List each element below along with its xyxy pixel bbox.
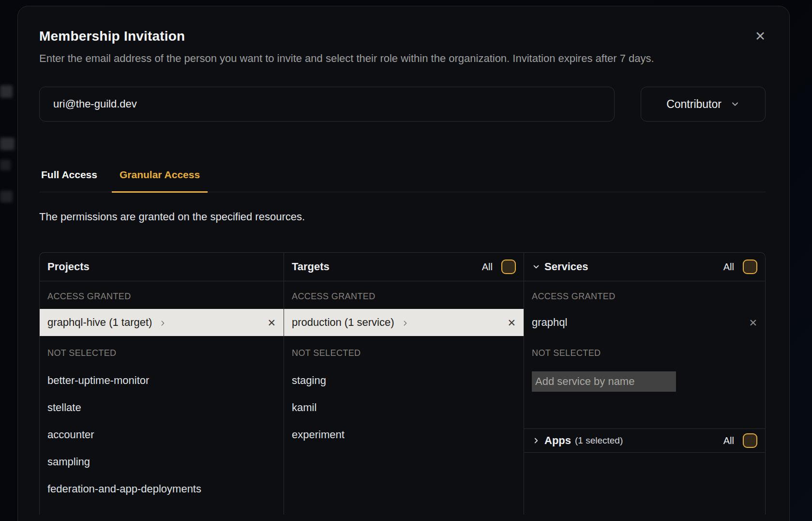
background-fragment bbox=[0, 85, 13, 98]
chevron-down-icon bbox=[730, 99, 740, 109]
targets-all-checkbox[interactable] bbox=[501, 260, 516, 274]
remove-target-button[interactable]: ✕ bbox=[507, 318, 516, 328]
background-fragment bbox=[0, 160, 11, 170]
close-icon: ✕ bbox=[507, 317, 516, 328]
permissions-note: The permissions are granted on the speci… bbox=[39, 211, 766, 223]
selected-target-label: production (1 service) bbox=[292, 316, 394, 329]
close-button[interactable]: ✕ bbox=[751, 27, 770, 46]
add-service-wrap bbox=[524, 367, 765, 392]
access-tab-bar: Full Access Granular Access bbox=[39, 169, 766, 192]
dialog-description: Enter the email address of the person yo… bbox=[39, 50, 722, 67]
tab-full-access[interactable]: Full Access bbox=[39, 169, 99, 193]
not-selected-label: NOT SELECTED bbox=[284, 336, 524, 367]
membership-invitation-dialog: ✕ Membership Invitation Enter the email … bbox=[17, 6, 790, 521]
services-header[interactable]: Services All bbox=[524, 253, 765, 281]
project-list-item[interactable]: federation-and-app-deployments bbox=[40, 475, 284, 503]
services-all-label: All bbox=[723, 261, 734, 273]
apps-section-toggle[interactable]: Apps (1 selected) All bbox=[524, 429, 765, 453]
add-service-input[interactable] bbox=[532, 371, 676, 392]
services-all-checkbox[interactable] bbox=[743, 260, 757, 274]
projects-header: Projects bbox=[40, 253, 284, 281]
project-list-item[interactable]: better-uptime-monitor bbox=[40, 367, 284, 394]
not-selected-label: NOT SELECTED bbox=[524, 336, 765, 367]
invite-form-row: Contributor bbox=[39, 87, 766, 122]
target-list-item[interactable]: kamil bbox=[284, 394, 524, 421]
dialog-title: Membership Invitation bbox=[39, 29, 766, 44]
selected-service-row[interactable]: graphql ✕ bbox=[524, 309, 765, 336]
close-icon: ✕ bbox=[267, 317, 276, 328]
project-list-item[interactable]: sampling bbox=[40, 448, 284, 475]
targets-all-label: All bbox=[482, 261, 493, 273]
apps-all-checkbox[interactable] bbox=[743, 433, 757, 448]
not-selected-label: NOT SELECTED bbox=[40, 336, 284, 367]
apps-selected-count: (1 selected) bbox=[575, 435, 623, 446]
background-fragment bbox=[0, 191, 13, 202]
access-granted-label: ACCESS GRANTED bbox=[524, 281, 765, 309]
access-granted-label: ACCESS GRANTED bbox=[40, 281, 284, 309]
remove-project-button[interactable]: ✕ bbox=[267, 318, 276, 328]
target-list-item[interactable]: experiment bbox=[284, 421, 524, 448]
selected-service-label: graphql bbox=[532, 316, 567, 329]
close-icon: ✕ bbox=[755, 29, 766, 44]
background-fragment bbox=[0, 138, 15, 150]
chevron-right-icon bbox=[159, 319, 167, 327]
email-input[interactable] bbox=[39, 87, 615, 122]
apps-all-label: All bbox=[723, 435, 734, 446]
role-selected-value: Contributor bbox=[666, 98, 722, 111]
services-title: Services bbox=[544, 260, 588, 273]
projects-column: Projects ACCESS GRANTED graphql-hive (1 … bbox=[40, 253, 284, 515]
services-content: ACCESS GRANTED graphql ✕ NOT SELECTED bbox=[524, 281, 765, 429]
targets-title: Targets bbox=[292, 260, 330, 273]
chevron-down-icon bbox=[532, 262, 541, 271]
selected-project-row[interactable]: graphql-hive (1 target) ✕ bbox=[40, 309, 284, 336]
access-granted-label: ACCESS GRANTED bbox=[284, 281, 524, 309]
project-list-item[interactable]: stellate bbox=[40, 394, 284, 421]
resources-table: Projects ACCESS GRANTED graphql-hive (1 … bbox=[39, 252, 766, 515]
project-list-item[interactable]: accounter bbox=[40, 421, 284, 448]
chevron-right-icon bbox=[532, 436, 541, 445]
role-select[interactable]: Contributor bbox=[641, 87, 766, 122]
targets-column: Targets All ACCESS GRANTED production (1… bbox=[284, 253, 524, 515]
apps-title: Apps bbox=[544, 434, 571, 447]
target-list-item[interactable]: staging bbox=[284, 367, 524, 394]
remove-service-button[interactable]: ✕ bbox=[749, 318, 757, 328]
services-column: Services All ACCESS GRANTED graphql ✕ NO… bbox=[524, 253, 765, 515]
selected-target-row[interactable]: production (1 service) ✕ bbox=[284, 309, 524, 336]
targets-header: Targets All bbox=[284, 253, 524, 281]
tab-granular-access[interactable]: Granular Access bbox=[112, 169, 208, 193]
projects-title: Projects bbox=[47, 260, 90, 273]
selected-project-label: graphql-hive (1 target) bbox=[47, 316, 152, 329]
chevron-right-icon bbox=[401, 319, 409, 327]
close-icon: ✕ bbox=[749, 317, 757, 328]
